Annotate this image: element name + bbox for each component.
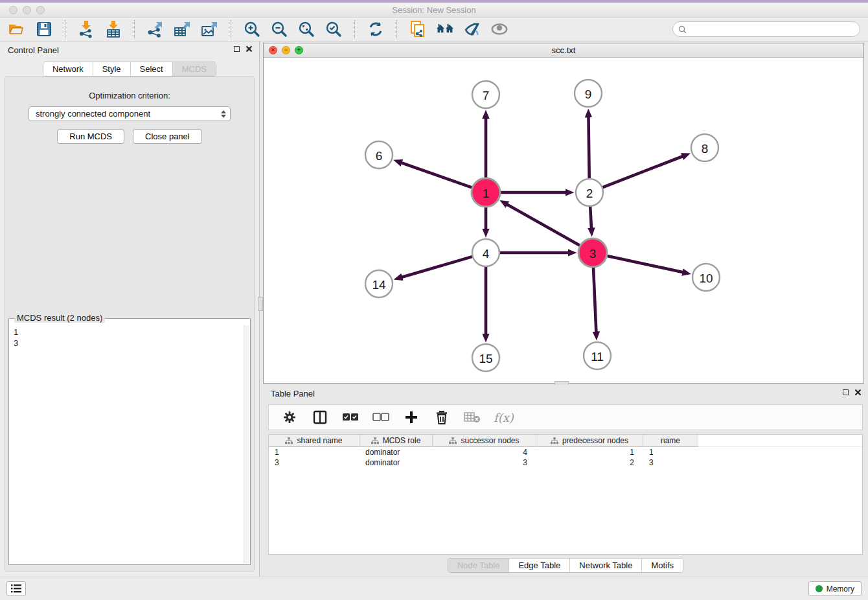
show-all-icon[interactable] [490, 20, 508, 38]
close-panel-icon[interactable] [246, 45, 253, 52]
export-image-icon[interactable] [201, 20, 219, 38]
table-cell[interactable]: 4 [433, 447, 536, 457]
graph-edge-2-3[interactable] [590, 207, 591, 229]
vertical-splitter-handle[interactable] [258, 297, 263, 311]
table-cell[interactable]: 1 [269, 447, 360, 457]
column-header-predecessor-nodes[interactable]: predecessor nodes [536, 435, 643, 447]
table-cell[interactable]: 1 [536, 447, 643, 457]
table-cell[interactable]: 3 [643, 457, 698, 468]
import-table-icon[interactable] [104, 20, 122, 38]
zoom-fit-icon[interactable] [297, 20, 315, 38]
column-header-name[interactable]: name [643, 435, 698, 447]
table-cell[interactable]: dominator [360, 457, 433, 468]
graph-node-8[interactable]: 8 [691, 134, 718, 161]
hierarchy-icon [551, 437, 558, 444]
graph-edge-4-14[interactable] [402, 257, 472, 277]
close-table-panel-icon[interactable] [854, 389, 862, 396]
network-from-selection-icon[interactable] [409, 20, 427, 38]
node-table-header: shared nameMCDS rolesuccessor nodesprede… [269, 435, 862, 447]
import-network-icon[interactable] [77, 20, 95, 38]
graph-node-2[interactable]: 2 [576, 179, 603, 206]
show-columns-icon[interactable] [311, 408, 329, 426]
graph-node-15[interactable]: 15 [472, 344, 499, 371]
column-header-label: successor nodes [461, 436, 519, 445]
float-table-panel-icon[interactable] [843, 389, 849, 395]
graph-edge-3-1[interactable] [507, 204, 580, 246]
mcds-result-text[interactable]: 1 3 [10, 325, 249, 564]
tab-style[interactable]: Style [93, 62, 131, 76]
first-neighbors-icon[interactable] [436, 20, 454, 38]
zoom-selected-icon[interactable] [325, 20, 343, 38]
table-row[interactable]: 1dominator411 [269, 447, 862, 457]
table-cell[interactable]: 3 [433, 457, 536, 468]
column-header-MCDS-role[interactable]: MCDS role [360, 435, 433, 447]
tab-network[interactable]: Network [43, 62, 93, 76]
graph-node-label: 8 [702, 142, 709, 156]
network-window-titlebar[interactable]: × − + scc.txt [264, 43, 863, 58]
optimization-criterion-select[interactable]: strongly connected component [29, 106, 231, 121]
table-cell[interactable]: 3 [269, 457, 360, 468]
graph-node-14[interactable]: 14 [365, 270, 393, 297]
export-table-icon[interactable] [174, 20, 192, 38]
zoom-out-icon[interactable] [270, 20, 288, 38]
delete-table-icon[interactable] [463, 408, 481, 426]
graph-edge-1-6[interactable] [401, 163, 472, 187]
add-column-icon[interactable] [402, 408, 420, 426]
zoom-in-icon[interactable] [243, 20, 261, 38]
column-header-shared-name[interactable]: shared name [269, 435, 360, 447]
unselect-all-columns-icon[interactable] [372, 408, 390, 426]
tab-select[interactable]: Select [131, 62, 173, 76]
control-panel-title: Control Panel [8, 45, 59, 55]
function-builder-icon[interactable]: f(x) [494, 411, 514, 424]
hierarchy-icon [449, 437, 457, 444]
tab-node-table[interactable]: Node Table [448, 559, 510, 572]
apply-layout-icon[interactable] [367, 20, 385, 38]
table-cell[interactable]: dominator [360, 447, 433, 457]
graph-node-label: 1 [483, 187, 490, 200]
tab-edge-table[interactable]: Edge Table [509, 559, 570, 572]
graph-edge-3-10[interactable] [607, 256, 683, 272]
result-scrollbar[interactable] [244, 325, 249, 564]
delete-columns-icon[interactable] [433, 408, 451, 426]
graph-edge-2-8[interactable] [603, 156, 683, 187]
save-session-icon[interactable] [35, 20, 53, 38]
graph-edge-2-9[interactable] [588, 117, 589, 178]
graph-edge-3-11[interactable] [593, 268, 596, 332]
graph-node-10[interactable]: 10 [692, 264, 720, 291]
graph-node-1[interactable]: 1 [472, 178, 500, 207]
graph-node-11[interactable]: 11 [584, 342, 611, 369]
select-all-columns-icon[interactable] [341, 408, 360, 426]
graph-node-label: 14 [372, 278, 386, 292]
header-filler [698, 435, 862, 447]
main-toolbar [0, 17, 868, 41]
table-toolbar: f(x) [268, 404, 863, 430]
network-canvas[interactable]: 7968124314101511 [264, 58, 863, 383]
tab-motifs[interactable]: Motifs [642, 559, 683, 572]
table-settings-icon[interactable] [280, 408, 299, 426]
graph-node-3[interactable]: 3 [578, 238, 607, 267]
graph-node-4[interactable]: 4 [472, 239, 499, 266]
open-file-icon[interactable] [8, 20, 26, 38]
graph-node-9[interactable]: 9 [575, 80, 602, 107]
run-mcds-button[interactable]: Run MCDS [57, 129, 124, 144]
control-panel: Control Panel Network Style Select MCDS … [0, 41, 260, 577]
search-box[interactable] [672, 21, 860, 37]
hide-selected-icon[interactable] [463, 20, 481, 38]
graph-node-7[interactable]: 7 [472, 81, 499, 108]
memory-button[interactable]: Memory [808, 581, 862, 596]
graph-node-6[interactable]: 6 [365, 141, 393, 168]
table-cell[interactable]: 2 [536, 457, 643, 468]
mcds-result-title: MCDS result (2 nodes) [14, 313, 105, 323]
table-row[interactable]: 3dominator323 [269, 457, 862, 468]
graph-node-label: 2 [586, 187, 593, 200]
table-cell[interactable]: 1 [643, 447, 698, 457]
export-network-icon[interactable] [146, 20, 165, 38]
task-history-button[interactable] [6, 581, 26, 596]
app-title: Session: New Session [0, 5, 868, 15]
search-input[interactable] [690, 23, 860, 36]
tab-mcds[interactable]: MCDS [173, 62, 216, 76]
close-panel-button[interactable]: Close panel [133, 129, 202, 144]
column-header-successor-nodes[interactable]: successor nodes [433, 435, 536, 447]
tab-network-table[interactable]: Network Table [570, 559, 642, 572]
float-panel-icon[interactable] [234, 46, 240, 52]
